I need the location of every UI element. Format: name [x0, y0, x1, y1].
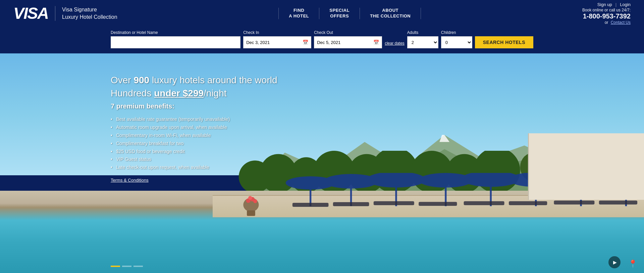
sign-in-row: Sign up | Login — [597, 2, 631, 7]
hero-title-number: 900 — [133, 75, 149, 85]
checkout-input[interactable] — [317, 40, 373, 45]
play-icon: ▶ — [613, 260, 617, 265]
hero-building — [528, 133, 644, 200]
benefit-4: Complimentary breakfast for two — [111, 140, 277, 148]
sign-up-link[interactable]: Sign up — [597, 2, 612, 7]
nav-about-collection[interactable]: ABOUT THE COLLECTION — [360, 8, 421, 19]
checkout-label: Check Out — [314, 30, 382, 35]
play-button[interactable]: ▶ — [608, 256, 621, 268]
destination-group: Destination or Hotel Name — [111, 30, 240, 48]
book-text: Book online or call us 24/7: — [582, 8, 631, 12]
site-header: VISA Visa Signature Luxury Hotel Collect… — [0, 0, 644, 27]
slide-dot-2[interactable] — [122, 266, 131, 267]
nav-find-hotel[interactable]: FIND A HOTEL — [278, 8, 319, 19]
benefit-3: Complimentary in-room Wi-Fi, when availa… — [111, 132, 277, 140]
hero-flower-pot — [238, 195, 264, 217]
header-account: Sign up | Login Book online or call us 2… — [582, 2, 631, 25]
hero-benefits-heading: 7 premium benefits: — [111, 102, 277, 110]
search-bar: Destination or Hotel Name Check In 📅 Che… — [0, 27, 644, 53]
hero-title-night: /night — [204, 88, 227, 98]
svg-rect-38 — [509, 201, 547, 206]
clear-dates-link[interactable]: clear dates — [385, 41, 405, 48]
slide-dot-3[interactable] — [133, 266, 143, 267]
checkin-group: Check In 📅 — [243, 30, 311, 48]
contact-row: or Contact Us — [605, 20, 631, 25]
hero-title-suffix: luxury hotels around the world — [149, 75, 277, 85]
hero-title-hundreds: Hundreds — [111, 88, 154, 98]
svg-rect-33 — [292, 203, 329, 207]
hero-title-prefix: Over — [111, 75, 133, 85]
destination-label: Destination or Hotel Name — [111, 30, 240, 35]
svg-rect-36 — [419, 202, 457, 206]
benefit-1: Best available rate guarantee (temporari… — [111, 116, 277, 124]
svg-rect-39 — [554, 201, 594, 205]
svg-rect-34 — [333, 202, 369, 207]
svg-rect-40 — [599, 201, 637, 205]
checkout-group: Check Out 📅 — [314, 30, 382, 48]
header-brand: VISA Visa Signature Luxury Hotel Collect… — [13, 5, 117, 21]
hero-title-price: under $299 — [154, 88, 204, 98]
hero-content: Over 900 luxury hotels around the world … — [111, 74, 277, 183]
benefit-5: $25 USD food or beverage credit — [111, 148, 277, 156]
checkout-calendar-icon[interactable]: 📅 — [373, 40, 379, 45]
map-pin[interactable]: 📍 — [628, 260, 637, 268]
adults-label: Adults — [407, 30, 438, 35]
children-select[interactable]: 0 1 2 3 4 — [441, 36, 472, 48]
contact-us-link[interactable]: Contact Us — [611, 20, 631, 25]
svg-rect-35 — [374, 201, 414, 206]
svg-rect-42 — [247, 211, 255, 216]
adults-group: Adults 1 2 3 4 5 — [407, 30, 438, 48]
nav-special-offers[interactable]: SPECIAL OFFERS — [319, 8, 360, 19]
destination-input[interactable] — [111, 36, 240, 48]
benefit-2: Automatic room upgrade upon arrival, whe… — [111, 124, 277, 132]
slide-dot-1[interactable] — [111, 266, 120, 267]
hero-section: Over 900 luxury hotels around the world … — [0, 53, 644, 273]
slide-indicators — [111, 266, 143, 267]
checkout-wrapper: 📅 — [314, 36, 382, 48]
svg-rect-37 — [464, 201, 504, 206]
svg-point-46 — [249, 196, 253, 200]
terms-link[interactable]: Terms & Conditions — [111, 178, 149, 183]
search-hotels-button[interactable]: SEARCH HOTELS — [475, 36, 533, 48]
children-group: Children 0 1 2 3 4 — [441, 30, 472, 48]
checkin-input[interactable] — [246, 40, 303, 45]
search-form: Destination or Hotel Name Check In 📅 Che… — [111, 30, 533, 48]
visa-logo: VISA — [13, 5, 48, 21]
benefits-list: Best available rate guarantee (temporari… — [111, 116, 277, 172]
main-nav: FIND A HOTEL SPECIAL OFFERS ABOUT THE CO… — [117, 8, 582, 19]
benefit-6: VIP Guest status — [111, 155, 277, 164]
checkin-wrapper: 📅 — [243, 36, 311, 48]
children-label: Children — [441, 30, 472, 35]
checkin-label: Check In — [243, 30, 311, 35]
svg-rect-18 — [310, 183, 311, 206]
adults-select[interactable]: 1 2 3 4 5 — [407, 36, 438, 48]
tagline-line2: Luxury Hotel Collection — [62, 13, 117, 21]
checkin-calendar-icon[interactable]: 📅 — [303, 40, 308, 45]
hero-title: Over 900 luxury hotels around the world … — [111, 74, 277, 100]
phone-number: 1-800-953-7392 — [583, 12, 631, 20]
tagline-line1: Visa Signature — [62, 6, 117, 13]
login-link[interactable]: Login — [620, 2, 631, 7]
svg-point-45 — [253, 199, 257, 203]
visa-tagline: Visa Signature Luxury Hotel Collection — [55, 6, 117, 21]
benefit-7: Late check-out upon request, when availa… — [111, 164, 277, 172]
